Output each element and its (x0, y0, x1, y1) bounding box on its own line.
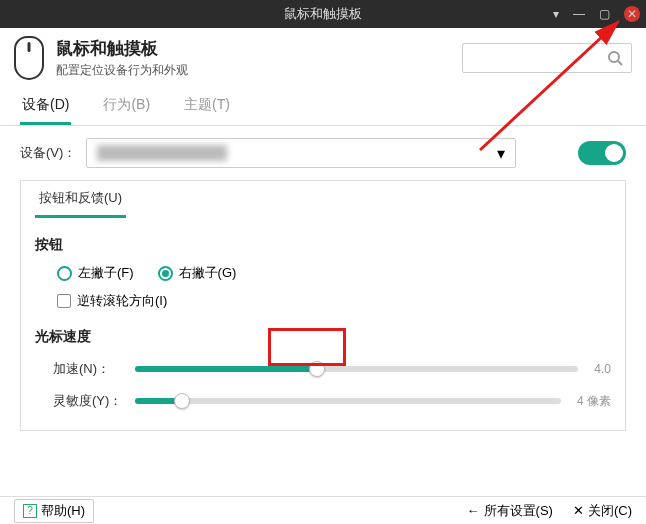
checkbox-reverse-scroll[interactable]: 逆转滚轮方向(I) (57, 292, 611, 310)
acceleration-slider[interactable] (135, 366, 578, 372)
slider-thumb[interactable] (309, 361, 325, 377)
page-subtitle: 配置定位设备行为和外观 (56, 62, 188, 79)
accel-label: 加速(N)： (53, 360, 125, 378)
close-window-button[interactable]: ✕ (624, 6, 640, 22)
sensitivity-label: 灵敏度(Y)： (53, 392, 125, 410)
device-enable-toggle[interactable] (578, 141, 626, 165)
header: 鼠标和触摸板 配置定位设备行为和外观 (0, 28, 646, 86)
sensitivity-value: 4 像素 (577, 393, 611, 410)
subtab-buttons-feedback[interactable]: 按钮和反馈(U) (35, 181, 126, 218)
slider-thumb[interactable] (174, 393, 190, 409)
main-tabs: 设备(D) 行为(B) 主题(T) (0, 86, 646, 126)
all-settings-button[interactable]: ← 所有设置(S) (467, 502, 553, 520)
svg-point-0 (609, 52, 619, 62)
page-title: 鼠标和触摸板 (56, 37, 188, 60)
close-button[interactable]: ✕ 关闭(C) (573, 502, 632, 520)
radio-left-handed[interactable]: 左撇子(F) (57, 264, 134, 282)
maximize-icon[interactable]: ▢ (599, 7, 610, 21)
search-icon (607, 50, 623, 66)
help-icon: ? (23, 504, 37, 518)
accel-value: 4.0 (594, 362, 611, 376)
tab-device[interactable]: 设备(D) (20, 90, 71, 125)
radio-icon (158, 266, 173, 281)
window-title: 鼠标和触摸板 (284, 5, 362, 23)
help-button[interactable]: ? 帮助(H) (14, 499, 94, 523)
pin-icon[interactable]: ▾ (553, 7, 559, 21)
svg-line-1 (618, 61, 622, 65)
mouse-icon (14, 36, 44, 80)
device-name-redacted (97, 145, 227, 161)
device-label: 设备(V)： (20, 144, 76, 162)
footer: ? 帮助(H) ← 所有设置(S) ✕ 关闭(C) (0, 496, 646, 524)
radio-right-handed[interactable]: 右撇子(G) (158, 264, 237, 282)
section-buttons-title: 按钮 (35, 236, 611, 254)
device-dropdown[interactable]: ▾ (86, 138, 516, 168)
tab-behavior[interactable]: 行为(B) (101, 90, 152, 125)
tab-theme[interactable]: 主题(T) (182, 90, 232, 125)
close-icon: ✕ (573, 503, 584, 518)
section-cursor-title: 光标速度 (35, 328, 611, 346)
minimize-icon[interactable]: — (573, 7, 585, 21)
chevron-down-icon: ▾ (497, 144, 505, 163)
back-arrow-icon: ← (467, 503, 480, 518)
checkbox-icon (57, 294, 71, 308)
radio-icon (57, 266, 72, 281)
search-input[interactable] (462, 43, 632, 73)
sensitivity-slider[interactable] (135, 398, 561, 404)
window-titlebar: 鼠标和触摸板 ▾ — ▢ ✕ (0, 0, 646, 28)
